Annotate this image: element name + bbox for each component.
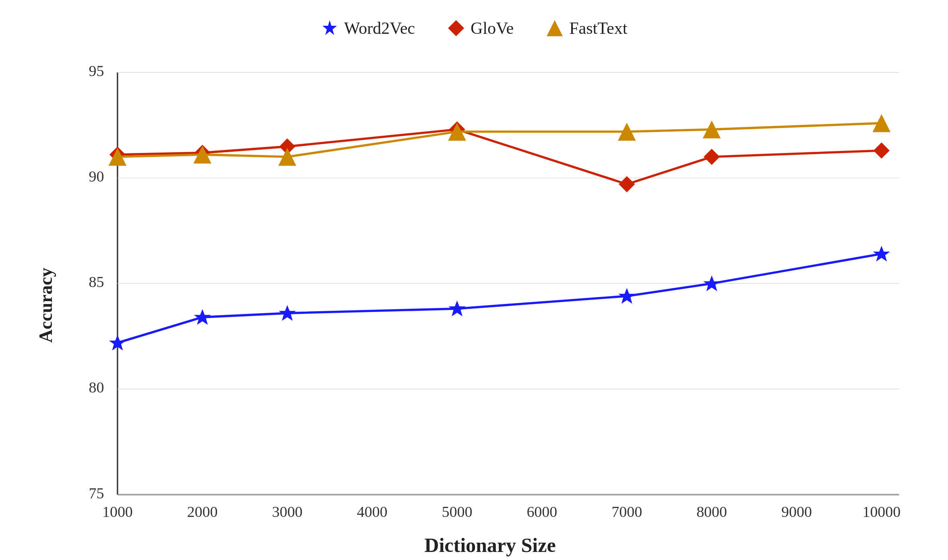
svg-text:90: 90 — [89, 167, 104, 184]
svg-marker-36 — [619, 176, 635, 192]
word2vec-markers — [109, 246, 890, 350]
word2vec-line — [117, 254, 881, 343]
svg-text:75: 75 — [89, 484, 104, 501]
svg-text:5000: 5000 — [442, 503, 472, 520]
svg-text:10000: 10000 — [862, 503, 900, 520]
svg-marker-31 — [873, 246, 890, 261]
chart-svg: .axis-line { stroke: #333; stroke-width:… — [64, 50, 917, 522]
chart-inner: .axis-line { stroke: #333; stroke-width:… — [64, 50, 917, 560]
legend-fasttext: FastText — [546, 19, 627, 38]
svg-text:8000: 8000 — [696, 503, 727, 520]
svg-text:1000: 1000 — [102, 503, 132, 520]
legend-glove: GloVe — [447, 19, 514, 38]
y-axis-label: Accuracy — [31, 50, 60, 560]
glove-line — [117, 129, 881, 184]
svg-text:9000: 9000 — [781, 503, 812, 520]
glove-marker-icon — [447, 19, 465, 37]
x-axis-label: Dictionary Size — [64, 533, 917, 560]
chart-area: Accuracy .axis-line { stroke: #333; stro… — [31, 50, 917, 560]
svg-text:3000: 3000 — [272, 503, 302, 520]
svg-text:7000: 7000 — [611, 503, 642, 520]
svg-text:85: 85 — [89, 273, 104, 290]
fasttext-markers — [108, 114, 890, 165]
legend-word2vec: Word2Vec — [321, 19, 415, 38]
legend-fasttext-label: FastText — [569, 19, 627, 38]
legend-word2vec-label: Word2Vec — [344, 19, 415, 38]
svg-marker-0 — [322, 20, 337, 35]
svg-text:95: 95 — [89, 62, 104, 79]
word2vec-marker-icon — [321, 19, 339, 37]
chart-legend: Word2Vec GloVe FastText — [321, 19, 628, 38]
svg-marker-38 — [873, 142, 889, 158]
svg-marker-1 — [448, 20, 464, 36]
svg-marker-2 — [547, 20, 563, 36]
legend-glove-label: GloVe — [471, 19, 514, 38]
svg-text:6000: 6000 — [527, 503, 557, 520]
svg-text:4000: 4000 — [357, 503, 387, 520]
svg-text:2000: 2000 — [187, 503, 217, 520]
chart-container: Word2Vec GloVe FastText Accuracy — [31, 19, 917, 542]
fasttext-line — [117, 123, 881, 157]
svg-marker-37 — [703, 149, 719, 165]
svg-text:80: 80 — [89, 379, 104, 396]
fasttext-marker-icon — [546, 19, 564, 37]
